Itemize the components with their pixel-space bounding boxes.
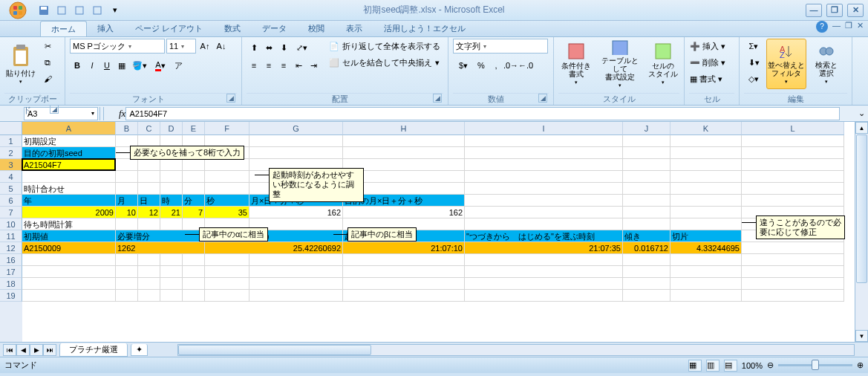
col-header-F[interactable]: F [205,122,249,135]
cell-A6[interactable]: 年 [22,195,116,207]
cell-E17[interactable] [183,266,205,278]
comma-icon[interactable]: , [489,58,503,73]
formula-expand-icon[interactable]: ⌄ [855,108,868,118]
cell-H17[interactable] [343,266,465,278]
cell-styles-button[interactable]: セルの スタイル▾ [646,39,679,89]
cell-L18[interactable] [742,278,844,290]
cell-L3[interactable] [742,159,844,171]
format-table-button[interactable]: テーブルとして 書式設定▾ [598,39,644,89]
vscroll-thumb[interactable] [856,134,867,283]
cell-C7[interactable]: 12 [138,207,160,218]
view-normal-icon[interactable]: ▦ [688,360,702,372]
cell-E5[interactable] [183,183,205,195]
cell-D17[interactable] [160,266,183,278]
underline-button[interactable]: U [99,58,114,73]
zoom-slider[interactable] [778,364,852,366]
cell-C16[interactable] [138,254,160,266]
col-header-G[interactable]: G [249,122,343,135]
scroll-up-icon[interactable]: ▲ [855,122,868,134]
cell-C4[interactable] [138,171,160,183]
zoom-in-icon[interactable]: ⊕ [857,360,864,370]
cell-D16[interactable] [160,254,183,266]
namebox-resize-handle[interactable] [99,107,104,120]
cell-K17[interactable] [670,266,742,278]
cell-A16[interactable] [22,254,116,266]
cell-K11[interactable]: 切片 [670,230,742,242]
name-box[interactable]: A3▾ [24,107,98,120]
office-button[interactable] [3,0,33,21]
sort-filter-button[interactable]: AZ並べ替えと フィルタ▾ [766,39,806,89]
col-header-C[interactable]: C [138,122,160,135]
cell-K12[interactable]: 4.33244695 [670,242,742,254]
cell-F7[interactable]: 35 [205,207,249,218]
cell-J16[interactable] [623,254,670,266]
cell-I7[interactable] [465,207,623,218]
cell-F17[interactable] [205,266,249,278]
cell-A10[interactable]: 待ち時間計算 [22,218,116,230]
cell-J6[interactable] [623,195,670,207]
cell-D4[interactable] [160,171,183,183]
tab-nav-last-icon[interactable]: ⏭ [43,344,56,356]
cell-B6[interactable]: 月 [116,195,138,207]
row-header-17[interactable]: 17 [0,266,22,278]
indent-decrease-icon[interactable]: ⇤ [291,58,306,73]
cell-I18[interactable] [465,278,623,290]
cell-A11[interactable]: 初期値 [22,230,116,242]
zoom-level[interactable]: 100% [742,361,763,370]
cell-F19[interactable] [205,290,249,302]
new-sheet-tab-icon[interactable]: ✦ [131,344,148,356]
number-dialog-icon[interactable]: ◢ [538,94,547,103]
sheet-tab[interactable]: プラチナ厳選 [59,343,128,357]
cell-F16[interactable] [205,254,249,266]
cell-H16[interactable] [343,254,465,266]
col-header-B[interactable]: B [116,122,138,135]
row-headers[interactable]: 123456710111216171819 [0,135,22,342]
clear-icon[interactable]: ◇▾ [744,71,763,86]
row-header-2[interactable]: 2 [0,147,22,159]
row-header-7[interactable]: 7 [0,207,22,218]
cell-I4[interactable] [465,171,623,183]
align-dialog-icon[interactable]: ◢ [433,94,442,103]
row-header-19[interactable]: 19 [0,290,22,302]
format-cells-button[interactable]: ▦書式▾ [689,71,735,86]
tab-home[interactable]: ホーム [40,21,87,36]
qat-btn-1[interactable] [53,2,70,19]
cell-K10[interactable] [670,218,742,230]
cell-J11[interactable]: 傾き [623,230,670,242]
qat-btn-3[interactable] [89,2,105,19]
cell-L2[interactable] [742,147,844,159]
border-icon[interactable]: ▦ [114,58,129,73]
cell-J19[interactable] [623,290,670,302]
cell-K16[interactable] [670,254,742,266]
cell-D6[interactable]: 時 [160,195,183,207]
cell-A7[interactable]: 2009 [22,207,116,218]
align-right-icon[interactable]: ≡ [276,58,291,73]
col-header-I[interactable]: I [465,122,623,135]
align-left-icon[interactable]: ≡ [247,58,261,73]
cell-G19[interactable] [249,290,343,302]
cell-B4[interactable] [116,171,138,183]
cell-E19[interactable] [183,290,205,302]
grow-font-icon[interactable]: A↑ [198,39,212,54]
cell-J4[interactable] [623,171,670,183]
font-color-icon[interactable]: A▾ [150,58,171,73]
cell-L17[interactable] [742,266,844,278]
row-header-5[interactable]: 5 [0,183,22,195]
zoom-out-icon[interactable]: ⊖ [767,360,774,370]
tab-view[interactable]: 表示 [336,21,373,36]
cell-L5[interactable] [742,183,844,195]
help-icon[interactable]: ? [816,21,828,33]
cell-D5[interactable] [160,183,183,195]
cell-D10[interactable] [160,218,183,230]
cell-A17[interactable] [22,266,116,278]
cell-K6[interactable] [670,195,742,207]
cell-C5[interactable] [138,183,160,195]
hscroll-thumb[interactable] [178,345,371,355]
cell-I10[interactable] [465,218,623,230]
font-name-combo[interactable]: MS Pゴシック▾ [70,39,165,54]
row-header-1[interactable]: 1 [0,135,22,147]
cell-L16[interactable] [742,254,844,266]
col-header-D[interactable]: D [160,122,183,135]
bold-button[interactable]: B [70,58,85,73]
cell-I5[interactable] [465,183,623,195]
